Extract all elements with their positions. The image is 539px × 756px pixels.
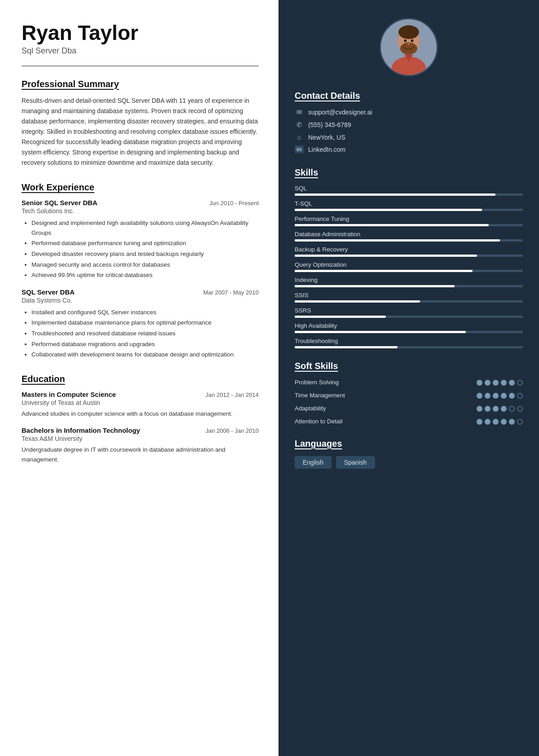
skill-name-3: Database Administration bbox=[295, 231, 523, 237]
bullet-0-4: Achieved 99.9% uptime for critical datab… bbox=[31, 270, 259, 280]
soft-skill-row-0: Problem Solving bbox=[295, 378, 523, 387]
bullet-0-0: Designed and implemented high availabili… bbox=[31, 218, 259, 237]
edu-desc-0: Advanced studies in computer science wit… bbox=[22, 409, 259, 419]
skill-row-7: SSIS bbox=[295, 292, 523, 303]
job-company-1: Data Systems Co. bbox=[22, 297, 259, 304]
dot-filled-3-0 bbox=[477, 419, 482, 425]
bullet-1-3: Performed database migrations and upgrad… bbox=[31, 339, 259, 349]
job-title-0: Senior SQL Server DBA bbox=[22, 199, 97, 207]
skills-section: Skills SQL T-SQL Performance Tuning Data… bbox=[295, 167, 523, 348]
dot-filled-3-3 bbox=[501, 419, 507, 425]
skill-bar-fill-3 bbox=[295, 239, 500, 242]
skill-bar-bg-4 bbox=[295, 255, 523, 257]
skill-bar-bg-8 bbox=[295, 316, 523, 318]
contact-linkedin: in LinkedIn.com bbox=[295, 145, 523, 153]
skill-row-2: Performance Tuning bbox=[295, 215, 523, 226]
svg-point-8 bbox=[407, 43, 410, 45]
dot-filled-2-3 bbox=[501, 406, 507, 412]
soft-skill-row-2: Adaptability bbox=[295, 404, 523, 413]
job-title-1: SQL Server DBA bbox=[22, 288, 75, 296]
languages-section: Languages English Spanish bbox=[295, 439, 523, 469]
skill-row-9: High Availability bbox=[295, 322, 523, 333]
avatar bbox=[380, 18, 438, 76]
contact-linkedin-text: LinkedIn.com bbox=[308, 146, 345, 153]
edu-degree-0: Masters in Computer Science bbox=[22, 391, 116, 398]
skill-name-7: SSIS bbox=[295, 292, 523, 299]
dot-filled-0-1 bbox=[485, 380, 490, 386]
skill-row-0: SQL bbox=[295, 185, 523, 196]
dot-filled-0-4 bbox=[509, 380, 515, 386]
dot-filled-0-3 bbox=[501, 380, 507, 386]
skills-title: Skills bbox=[295, 167, 523, 178]
soft-skill-name-3: Attention to Detail bbox=[295, 418, 477, 426]
edu-school-1: Texas A&M University bbox=[22, 435, 259, 442]
edu-date-0: Jan 2012 - Jan 2014 bbox=[205, 391, 259, 398]
skill-bar-fill-5 bbox=[295, 270, 473, 272]
phone-icon: ✆ bbox=[295, 121, 304, 129]
skill-name-2: Performance Tuning bbox=[295, 215, 523, 222]
dot-filled-3-4 bbox=[509, 419, 515, 425]
language-tags: English Spanish bbox=[295, 456, 523, 469]
dot-filled-3-2 bbox=[493, 419, 499, 425]
skill-bar-bg-1 bbox=[295, 209, 523, 211]
soft-skills-title: Soft Skills bbox=[295, 361, 523, 371]
lang-spanish: Spanish bbox=[336, 456, 375, 469]
contact-phone: ✆ (555) 345-6789 bbox=[295, 121, 523, 129]
skill-name-9: High Availability bbox=[295, 322, 523, 329]
skill-bar-bg-7 bbox=[295, 300, 523, 303]
skill-name-6: Indexing bbox=[295, 277, 523, 283]
dot-filled-1-3 bbox=[501, 393, 507, 399]
skill-name-0: SQL bbox=[295, 185, 523, 192]
skill-bar-fill-8 bbox=[295, 316, 386, 318]
soft-skill-name-1: Time Management bbox=[295, 391, 477, 400]
contact-email: ✉ support@cvdesigner.ai bbox=[295, 108, 523, 116]
bullet-1-0: Installed and configured SQL Server inst… bbox=[31, 308, 259, 317]
skill-bar-fill-6 bbox=[295, 285, 455, 287]
header: Ryan Taylor Sql Server Dba bbox=[22, 22, 259, 56]
dot-filled-2-0 bbox=[477, 406, 482, 412]
languages-title: Languages bbox=[295, 439, 523, 449]
linkedin-icon: in bbox=[295, 145, 304, 153]
education-section: Education Masters in Computer Science Ja… bbox=[22, 374, 259, 465]
svg-point-3 bbox=[398, 25, 419, 39]
skill-row-10: Troubleshooting bbox=[295, 338, 523, 348]
skill-row-4: Backup & Recovery bbox=[295, 246, 523, 257]
skill-bar-fill-2 bbox=[295, 224, 489, 226]
dot-empty-3-5 bbox=[517, 419, 523, 425]
skill-row-3: Database Administration bbox=[295, 231, 523, 242]
dot-filled-3-1 bbox=[485, 419, 490, 425]
skill-row-5: Query Optimization bbox=[295, 261, 523, 272]
bullet-0-1: Performed database performance tuning an… bbox=[31, 238, 259, 248]
full-name: Ryan Taylor bbox=[22, 22, 259, 44]
email-icon: ✉ bbox=[295, 108, 304, 116]
edu-entry-0: Masters in Computer Science Jan 2012 - J… bbox=[22, 391, 259, 419]
skills-list: SQL T-SQL Performance Tuning Database Ad… bbox=[295, 185, 523, 348]
summary-title: Professional Summary bbox=[22, 79, 259, 89]
dot-empty-1-5 bbox=[517, 393, 523, 399]
skill-bar-bg-2 bbox=[295, 224, 523, 226]
dot-empty-2-4 bbox=[509, 406, 515, 412]
skill-bar-fill-10 bbox=[295, 346, 398, 348]
avatar-container bbox=[295, 18, 523, 76]
skill-name-5: Query Optimization bbox=[295, 261, 523, 268]
bullet-1-1: Implemented database maintenance plans f… bbox=[31, 318, 259, 328]
summary-text: Results-driven and detail-oriented SQL S… bbox=[22, 96, 259, 168]
summary-section: Professional Summary Results-driven and … bbox=[22, 79, 259, 168]
header-divider bbox=[22, 66, 259, 66]
skill-name-1: T-SQL bbox=[295, 200, 523, 207]
skill-bar-bg-0 bbox=[295, 193, 523, 196]
dot-filled-1-1 bbox=[485, 393, 490, 399]
skill-name-4: Backup & Recovery bbox=[295, 246, 523, 253]
skill-bar-bg-5 bbox=[295, 270, 523, 272]
contact-title: Contact Details bbox=[295, 91, 523, 101]
job-entry-1: SQL Server DBA Mar 2007 - May 2010 Data … bbox=[22, 288, 259, 360]
skill-bar-fill-7 bbox=[295, 300, 420, 303]
bullet-0-2: Developed disaster recovery plans and te… bbox=[31, 249, 259, 259]
soft-skill-name-0: Problem Solving bbox=[295, 378, 477, 387]
bullet-0-3: Managed security and access control for … bbox=[31, 260, 259, 270]
contact-location: ⌂ NewYork, US bbox=[295, 133, 523, 141]
dot-empty-2-5 bbox=[517, 406, 523, 412]
skill-bar-bg-3 bbox=[295, 239, 523, 242]
skill-bar-bg-9 bbox=[295, 331, 523, 333]
right-panel: Contact Details ✉ support@cvdesigner.ai … bbox=[278, 0, 539, 756]
